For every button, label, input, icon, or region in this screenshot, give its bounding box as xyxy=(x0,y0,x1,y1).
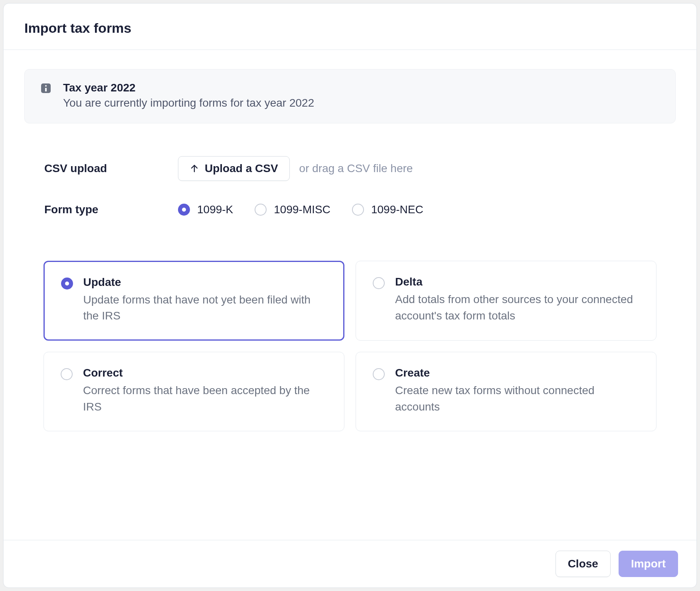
card-text: Correct Correct forms that have been acc… xyxy=(83,367,327,415)
modal-body: Tax year 2022 You are currently importin… xyxy=(4,50,696,540)
card-text: Delta Add totals from other sources to y… xyxy=(395,276,639,324)
csv-upload-group[interactable]: Upload a CSV or drag a CSV file here xyxy=(178,156,413,181)
info-icon xyxy=(41,83,51,93)
close-button[interactable]: Close xyxy=(556,551,611,577)
action-card-update[interactable]: Update Update forms that have not yet be… xyxy=(44,261,344,341)
csv-upload-label: CSV upload xyxy=(44,162,178,175)
tax-year-banner: Tax year 2022 You are currently importin… xyxy=(24,69,676,123)
card-description: Add totals from other sources to your co… xyxy=(395,292,639,324)
action-card-create[interactable]: Create Create new tax forms without conn… xyxy=(356,352,656,431)
arrow-up-icon xyxy=(190,164,199,173)
card-title: Update xyxy=(83,276,327,289)
radio-icon xyxy=(61,278,73,290)
form-type-option-1099-k[interactable]: 1099-K xyxy=(178,203,233,216)
banner-text: Tax year 2022 You are currently importin… xyxy=(63,81,314,109)
upload-csv-button[interactable]: Upload a CSV xyxy=(178,156,290,181)
import-tax-forms-modal: Import tax forms Tax year 2022 You are c… xyxy=(3,3,697,588)
modal-header: Import tax forms xyxy=(4,4,696,50)
import-action-grid: Update Update forms that have not yet be… xyxy=(24,261,676,431)
card-description: Correct forms that have been accepted by… xyxy=(83,383,327,415)
banner-title: Tax year 2022 xyxy=(63,81,314,94)
card-title: Create xyxy=(395,367,639,379)
card-text: Create Create new tax forms without conn… xyxy=(395,367,639,415)
import-button[interactable]: Import xyxy=(619,551,678,577)
csv-drag-hint: or drag a CSV file here xyxy=(299,162,413,175)
modal-footer: Close Import xyxy=(4,540,696,587)
form-section: CSV upload Upload a CSV or drag a CSV fi… xyxy=(24,156,676,216)
radio-label: 1099-MISC xyxy=(274,203,330,216)
card-description: Update forms that have not yet been file… xyxy=(83,292,327,324)
form-type-option-1099-misc[interactable]: 1099-MISC xyxy=(255,203,330,216)
upload-csv-button-label: Upload a CSV xyxy=(205,162,278,175)
card-title: Delta xyxy=(395,276,639,288)
radio-icon xyxy=(178,204,190,216)
form-type-row: Form type 1099-K 1099-MISC 1099-NEC xyxy=(44,203,656,216)
radio-icon xyxy=(373,368,385,380)
radio-icon xyxy=(373,277,385,289)
action-card-delta[interactable]: Delta Add totals from other sources to y… xyxy=(356,261,656,341)
modal-title: Import tax forms xyxy=(24,20,676,36)
form-type-radio-group: 1099-K 1099-MISC 1099-NEC xyxy=(178,203,423,216)
radio-icon xyxy=(255,204,267,216)
radio-label: 1099-NEC xyxy=(371,203,423,216)
csv-upload-row: CSV upload Upload a CSV or drag a CSV fi… xyxy=(44,156,656,181)
radio-label: 1099-K xyxy=(197,203,233,216)
card-title: Correct xyxy=(83,367,327,379)
radio-icon xyxy=(61,368,73,380)
banner-description: You are currently importing forms for ta… xyxy=(63,97,314,109)
card-description: Create new tax forms without connected a… xyxy=(395,383,639,415)
form-type-label: Form type xyxy=(44,203,178,216)
card-text: Update Update forms that have not yet be… xyxy=(83,276,327,324)
form-type-option-1099-nec[interactable]: 1099-NEC xyxy=(352,203,423,216)
radio-icon xyxy=(352,204,364,216)
action-card-correct[interactable]: Correct Correct forms that have been acc… xyxy=(44,352,344,431)
